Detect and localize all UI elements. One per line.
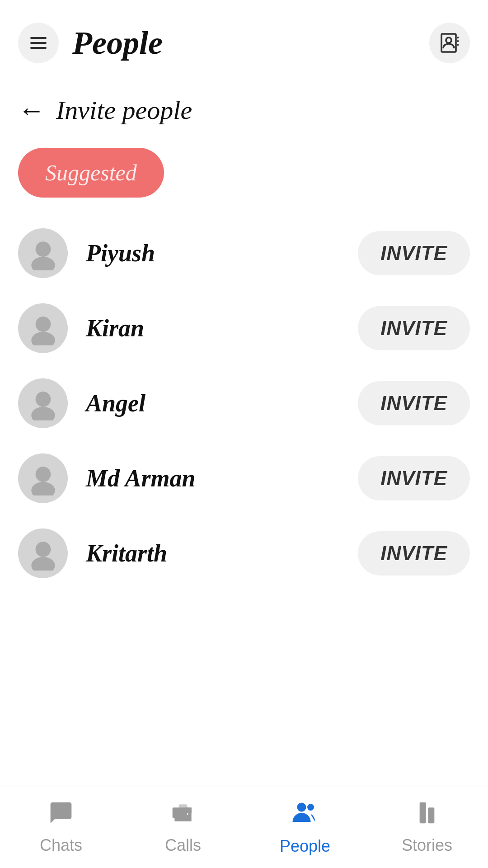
avatar bbox=[18, 378, 68, 428]
invite-button[interactable]: INVITE bbox=[358, 306, 470, 350]
svg-point-10 bbox=[31, 407, 55, 420]
invite-button[interactable]: INVITE bbox=[358, 531, 470, 576]
page-title: People bbox=[72, 24, 429, 62]
hamburger-icon bbox=[30, 37, 47, 49]
svg-point-11 bbox=[35, 467, 51, 482]
calls-icon bbox=[170, 800, 196, 831]
svg-point-8 bbox=[31, 332, 55, 345]
nav-item-calls[interactable]: Calls bbox=[122, 796, 244, 859]
nav-label-chats: Chats bbox=[40, 836, 82, 855]
invite-row: ← Invite people bbox=[0, 77, 488, 134]
svg-point-12 bbox=[31, 482, 55, 495]
svg-point-14 bbox=[31, 557, 55, 571]
svg-rect-17 bbox=[173, 807, 188, 818]
avatar bbox=[18, 228, 68, 278]
suggested-pill[interactable]: Suggested bbox=[18, 148, 164, 198]
list-item: Md Arman INVITE bbox=[18, 441, 470, 516]
avatar bbox=[18, 528, 68, 578]
svg-point-13 bbox=[35, 542, 51, 557]
chats-icon bbox=[48, 800, 74, 831]
contacts-button[interactable] bbox=[429, 23, 470, 63]
nav-item-people[interactable]: People bbox=[244, 795, 366, 860]
back-button[interactable]: ← bbox=[18, 97, 45, 124]
person-name: Angel bbox=[86, 389, 358, 417]
svg-point-19 bbox=[297, 803, 306, 812]
person-name: Kiran bbox=[86, 314, 358, 342]
people-icon bbox=[291, 799, 319, 832]
svg-point-5 bbox=[35, 241, 51, 257]
nav-label-calls: Calls bbox=[165, 836, 201, 855]
stories-icon bbox=[414, 800, 440, 831]
header: People bbox=[0, 0, 488, 77]
nav-label-people: People bbox=[280, 837, 330, 856]
invite-title: Invite people bbox=[56, 95, 192, 125]
nav-item-stories[interactable]: Stories bbox=[366, 796, 488, 859]
person-name: Piyush bbox=[86, 239, 358, 267]
nav-item-chats[interactable]: Chats bbox=[0, 796, 122, 859]
invite-button[interactable]: INVITE bbox=[358, 381, 470, 425]
list-item: Piyush INVITE bbox=[18, 216, 470, 291]
contacts-icon bbox=[439, 32, 460, 54]
people-list: Piyush INVITE Kiran INVITE Angel INVITE bbox=[0, 211, 488, 595]
avatar bbox=[18, 453, 68, 503]
invite-button[interactable]: INVITE bbox=[358, 231, 470, 275]
svg-point-20 bbox=[307, 804, 314, 811]
svg-point-9 bbox=[35, 392, 51, 407]
svg-rect-22 bbox=[428, 807, 434, 823]
nav-label-stories: Stories bbox=[402, 836, 452, 855]
person-name: Kritarth bbox=[86, 539, 358, 567]
svg-point-6 bbox=[31, 257, 55, 270]
svg-point-1 bbox=[446, 38, 451, 43]
list-item: Kritarth INVITE bbox=[18, 516, 470, 591]
svg-rect-21 bbox=[420, 802, 426, 824]
bottom-nav: Chats Calls People bbox=[0, 787, 488, 868]
list-item: Kiran INVITE bbox=[18, 291, 470, 366]
menu-button[interactable] bbox=[18, 23, 59, 63]
svg-point-7 bbox=[35, 316, 51, 332]
person-name: Md Arman bbox=[86, 464, 358, 492]
avatar bbox=[18, 303, 68, 353]
list-item: Angel INVITE bbox=[18, 366, 470, 441]
invite-button[interactable]: INVITE bbox=[358, 456, 470, 500]
